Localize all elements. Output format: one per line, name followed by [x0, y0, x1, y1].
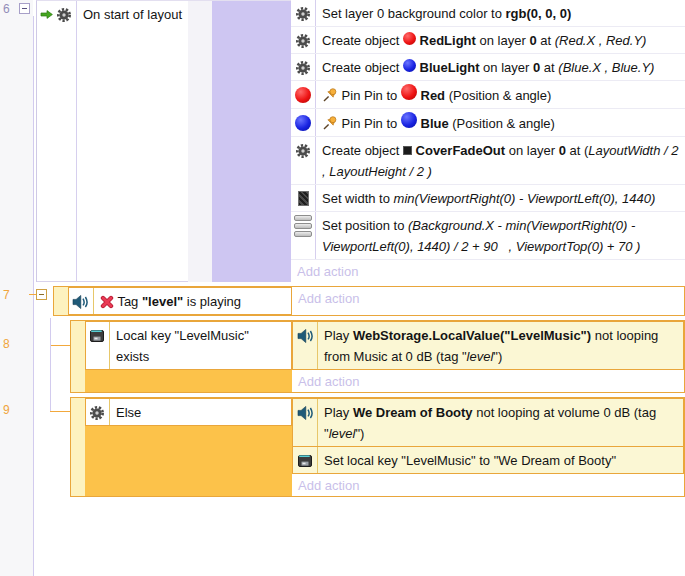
text-segment: level [329, 426, 356, 441]
text-segment: BlueLight [420, 60, 480, 75]
add-action-link[interactable]: Add action [292, 370, 684, 392]
condition-column: Tag "level" is playing [54, 287, 292, 315]
condition-inner: Local key "LevelMusic" exists [85, 321, 292, 392]
gear-icon [295, 60, 311, 76]
add-action-link[interactable]: Add action [292, 287, 684, 315]
text-segment: at [537, 33, 555, 48]
text-segment: We Dream of Booty [353, 405, 473, 420]
condition-column: On start of layout [36, 0, 291, 282]
text-segment: at [540, 60, 558, 75]
add-action-link[interactable]: Add action [292, 474, 684, 496]
action-column: Play We Dream of Booty not looping at vo… [292, 398, 684, 496]
action-row[interactable]: Create object CoverFadeOut on layer 0 at… [291, 137, 685, 185]
events-root: On start of layoutSet layer 0 background… [0, 0, 685, 501]
gear-icon [89, 405, 105, 421]
red-dot-lg-icon [295, 87, 311, 103]
action-object-icon [291, 3, 315, 24]
text-segment: Create object [322, 143, 403, 158]
text-segment: ") [355, 426, 364, 441]
action-row[interactable]: Create object RedLight on layer 0 at (Re… [291, 27, 685, 54]
speaker-icon [72, 294, 89, 310]
collapse-box[interactable] [36, 289, 47, 300]
text-segment: (Blue.X , Blue.Y) [558, 60, 654, 75]
event-margin-strip [71, 398, 85, 496]
action-text: Set local key "LevelMusic" to "We Dream … [318, 447, 683, 473]
action-object-icon [291, 84, 315, 105]
condition-icons [37, 1, 76, 27]
event-block: Tag "level" is playingAdd action [53, 286, 685, 316]
text-segment: is playing [183, 294, 241, 309]
action-row[interactable]: Play WebStorage.LocalValue("LevelMusic")… [292, 321, 684, 370]
pin-icon [322, 87, 338, 103]
condition-cell[interactable]: Tag "level" is playing [68, 287, 292, 315]
action-text: Play We Dream of Booty not looping at vo… [318, 399, 683, 446]
text-segment: Play [324, 405, 353, 420]
action-row[interactable]: Play We Dream of Booty not looping at vo… [292, 398, 684, 447]
action-row[interactable]: Create object BlueLight on layer 0 at (B… [291, 54, 685, 81]
text-segment: Set layer 0 background color to [322, 6, 506, 21]
text-segment: ") [493, 349, 502, 364]
action-text: Pin Pin to Blue (Position & angle) [316, 109, 685, 136]
action-row[interactable]: Pin Pin to Blue (Position & angle) [291, 109, 685, 137]
text-segment: Set position to [322, 218, 408, 233]
collapse-box[interactable] [19, 3, 30, 14]
event-sheet: On start of layoutSet layer 0 background… [0, 0, 685, 576]
text-segment: Tag [114, 294, 142, 309]
action-row[interactable]: Set layer 0 background color to rgb(0, 0… [291, 0, 685, 27]
pin-icon [322, 115, 338, 131]
text-segment: on layer [476, 33, 529, 48]
gear-icon [295, 33, 311, 49]
tree-connector-line [50, 318, 51, 411]
tree-connector-line [33, 16, 34, 576]
action-column: Set layer 0 background color to rgb(0, 0… [291, 0, 685, 282]
action-object-icon [291, 140, 315, 161]
action-text: Set layer 0 background color to rgb(0, 0… [316, 0, 685, 26]
text-segment: Local key "LevelMusic" exists [116, 328, 249, 364]
action-text: Pin Pin to Red (Position & angle) [316, 81, 685, 108]
text-segment: (Position & angle) [445, 88, 551, 103]
action-object-icon [293, 402, 317, 423]
action-row[interactable]: Set position to (Background.X - min(View… [291, 212, 685, 260]
action-row[interactable]: Set width to min(ViewportRight(0) - View… [291, 185, 685, 212]
gear-icon [295, 143, 311, 159]
action-text: Play WebStorage.LocalValue("LevelMusic")… [318, 322, 683, 369]
action-text: Create object CoverFadeOut on layer 0 at… [316, 137, 685, 184]
action-object-icon [291, 112, 315, 133]
text-segment: on layer [480, 60, 533, 75]
action-row[interactable]: Set local key "LevelMusic" to "We Dream … [292, 446, 684, 474]
event-block: ElsePlay We Dream of Booty not looping a… [70, 397, 685, 497]
action-object-icon [291, 30, 315, 51]
action-object-icon [293, 325, 317, 346]
event-number: 7 [3, 288, 10, 302]
condition-cell[interactable]: On start of layout [37, 1, 188, 282]
condition-text: On start of layout [77, 1, 188, 27]
text-segment: CoverFadeOut [416, 143, 506, 158]
text-segment: Create object [322, 33, 403, 48]
text-segment: (Red.X , Red.Y) [555, 33, 647, 48]
condition-cell[interactable]: Else [85, 398, 292, 426]
red-x-icon [100, 295, 114, 309]
text-segment: (Position & angle) [449, 116, 555, 131]
event-margin-strip [188, 1, 212, 282]
text-segment: WebStorage.LocalValue("LevelMusic") [353, 328, 591, 343]
text-segment: "level" [142, 294, 183, 309]
action-row[interactable]: Pin Pin to Red (Position & angle) [291, 81, 685, 109]
condition-icons [69, 288, 93, 314]
tree-connector-line [50, 411, 70, 412]
event-number: 8 [3, 337, 10, 351]
add-action-link[interactable]: Add action [291, 260, 685, 282]
condition-filler [85, 370, 292, 392]
condition-text: Tag "level" is playing [94, 288, 247, 314]
action-object-icon [291, 188, 315, 209]
action-text: Set width to min(ViewportRight(0) - View… [316, 185, 685, 211]
floppy-icon [297, 453, 313, 469]
text-segment: Pin Pin to [338, 116, 401, 131]
event-block: Local key "LevelMusic" existsPlay WebSto… [70, 320, 685, 393]
condition-column: Local key "LevelMusic" exists [71, 321, 292, 392]
gear-icon [295, 6, 311, 22]
action-text: Create object RedLight on layer 0 at (Re… [316, 27, 685, 53]
condition-cell[interactable]: Local key "LevelMusic" exists [85, 321, 292, 370]
tree-connector-line [29, 294, 36, 295]
condition-inner: Tag "level" is playing [68, 287, 292, 315]
condition-filler-lavender [212, 1, 291, 282]
